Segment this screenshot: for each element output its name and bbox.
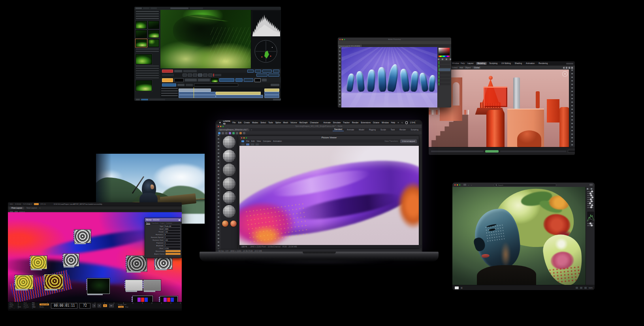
batch-top-item-2[interactable]: FORUM xyxy=(15,203,21,205)
c4d-tool-icon[interactable] xyxy=(218,132,220,134)
pv-image-fabric-render[interactable] xyxy=(239,146,419,245)
batch-top-item-3[interactable]: TUTORIALS xyxy=(23,203,32,205)
field-toggle[interactable] xyxy=(166,250,181,252)
menu-item-right[interactable]: Help xyxy=(391,121,395,124)
batch-node[interactable] xyxy=(155,257,172,269)
flame-tool-chip[interactable] xyxy=(244,78,253,82)
c4d-geo-preview[interactable] xyxy=(223,177,235,190)
blender-gizmo-icon[interactable] xyxy=(562,71,568,77)
menu-item[interactable]: MoGraph xyxy=(299,121,308,124)
transport-button[interactable] xyxy=(188,73,192,77)
blender-shading-modes-icon[interactable] xyxy=(563,67,573,69)
blender-orientation-select[interactable]: Global xyxy=(473,66,480,69)
co-view-mode-icon[interactable] xyxy=(589,184,593,186)
flame-black-field[interactable] xyxy=(174,78,184,82)
ps-panel-header[interactable] xyxy=(438,58,451,60)
flame-tool-chip[interactable] xyxy=(235,78,243,82)
batch-tab-add[interactable]: + xyxy=(39,207,40,209)
field-value[interactable]: 8 xyxy=(164,233,181,236)
batch-step-back-button[interactable]: ◂ xyxy=(92,304,96,307)
batch-node[interactable] xyxy=(125,280,143,291)
pv-tool-icon[interactable] xyxy=(251,143,254,145)
blender-timeline[interactable] xyxy=(429,147,575,155)
apple-menu-icon[interactable] xyxy=(219,121,221,124)
flame-clip-chip[interactable] xyxy=(174,70,182,72)
pv-view-transform-select[interactable]: Untonemapped xyxy=(400,139,417,143)
timeline-clip[interactable] xyxy=(264,92,279,95)
co-slider[interactable] xyxy=(587,225,593,226)
ps-canvas[interactable] xyxy=(341,47,438,107)
flame-axis-chip[interactable] xyxy=(162,83,176,87)
batch-top-item-1[interactable]: ENC xyxy=(10,203,13,205)
field-value[interactable]: 0.150 xyxy=(164,247,181,250)
co-panel-tabs[interactable] xyxy=(587,188,594,190)
ps-layer-row[interactable] xyxy=(439,65,450,68)
flame-view-chip[interactable] xyxy=(247,70,254,73)
c4d-material-swatch[interactable] xyxy=(230,220,237,227)
pv-titlebar[interactable]: Picture Viewer xyxy=(239,136,419,139)
menu-item[interactable]: Modes xyxy=(252,121,258,124)
flame-axis-input[interactable] xyxy=(194,83,238,87)
flame-thumb[interactable] xyxy=(148,30,160,38)
blender-menu-help[interactable]: Help xyxy=(461,62,465,65)
ps-layer-row[interactable] xyxy=(439,79,450,82)
co-slider[interactable] xyxy=(587,203,593,204)
menu-item-right[interactable]: Animate xyxy=(324,121,331,124)
field-value[interactable]: Perlin 4D xyxy=(164,225,181,228)
menu-item[interactable]: Volume xyxy=(290,121,297,124)
batch-node[interactable] xyxy=(30,256,47,269)
field-value[interactable]: 2683 xyxy=(164,228,181,230)
batch-node[interactable] xyxy=(126,256,147,271)
c4d-geo-preview[interactable] xyxy=(223,205,235,218)
blender-header-select[interactable]: Select xyxy=(452,66,458,69)
pv-tool-icon[interactable] xyxy=(246,143,249,145)
transport-button[interactable] xyxy=(193,73,197,77)
blender-workspace-animation[interactable]: Animation xyxy=(525,62,536,65)
timeline-clip[interactable] xyxy=(179,89,211,92)
batch-node[interactable] xyxy=(74,230,91,243)
c4d-geo-preview[interactable] xyxy=(223,191,235,204)
flame-thumb[interactable] xyxy=(136,30,147,38)
co-search-field[interactable] xyxy=(494,183,556,187)
pv-tool-icon[interactable] xyxy=(241,143,245,145)
search-icon[interactable] xyxy=(401,121,403,124)
menu-item-right[interactable]: Tracker xyxy=(343,121,350,124)
menu-item-right[interactable]: Extensions xyxy=(361,121,370,124)
node-panel-header[interactable]: Noise 002163 xyxy=(145,218,181,222)
timeline-clip[interactable] xyxy=(216,92,261,95)
co-slider[interactable] xyxy=(587,205,593,206)
batch-node[interactable] xyxy=(63,254,79,266)
co-tool-icon[interactable] xyxy=(576,287,578,289)
flame-thumb[interactable] xyxy=(136,21,147,29)
flame-thumb-bottom[interactable] xyxy=(136,80,152,91)
c4d-workspace-scripting[interactable]: Scripting xyxy=(409,128,420,131)
co-sidebar-toggle-icon[interactable] xyxy=(463,184,466,186)
pv-menu-animation[interactable]: Animation xyxy=(273,140,282,143)
ps-color-picker-field[interactable] xyxy=(439,48,450,55)
flame-timeline[interactable] xyxy=(160,87,281,98)
ps-options-bar[interactable] xyxy=(338,41,451,45)
flame-view-chip[interactable] xyxy=(273,70,279,73)
c4d-tool-icon[interactable] xyxy=(239,132,242,134)
c4d-titlebar[interactable]: SpinningShapes_M3_C4D_SingleFrame.c4d * … xyxy=(216,124,422,128)
wifi-icon[interactable] xyxy=(397,121,399,124)
pv-menu-file[interactable]: File xyxy=(246,140,249,143)
co-slider[interactable] xyxy=(587,199,593,200)
blender-workspace-layout[interactable]: Layout xyxy=(466,62,475,65)
batch-node[interactable] xyxy=(143,280,161,291)
flame-bottom-chip[interactable] xyxy=(273,99,281,100)
menu-item-right[interactable]: Render xyxy=(352,121,358,124)
flame-playhead-marker[interactable] xyxy=(213,73,214,77)
co-slider[interactable] xyxy=(587,197,593,198)
flame-record-chip[interactable] xyxy=(162,70,173,73)
flame-clip-chip[interactable] xyxy=(183,70,197,72)
co-tool-icon[interactable] xyxy=(580,287,582,289)
ps-layer-row[interactable] xyxy=(439,83,450,85)
transport-button[interactable] xyxy=(183,73,187,77)
c4d-material-swatch[interactable] xyxy=(222,220,229,227)
c4d-workspace-sculpt[interactable]: Sculpt xyxy=(379,128,388,131)
flame-keyframe-button[interactable] xyxy=(162,78,173,82)
field-value[interactable]: 1 xyxy=(164,244,181,247)
node-panel-tab-transform[interactable]: Transform xyxy=(151,222,158,224)
c4d-geo-preview[interactable] xyxy=(223,150,235,162)
